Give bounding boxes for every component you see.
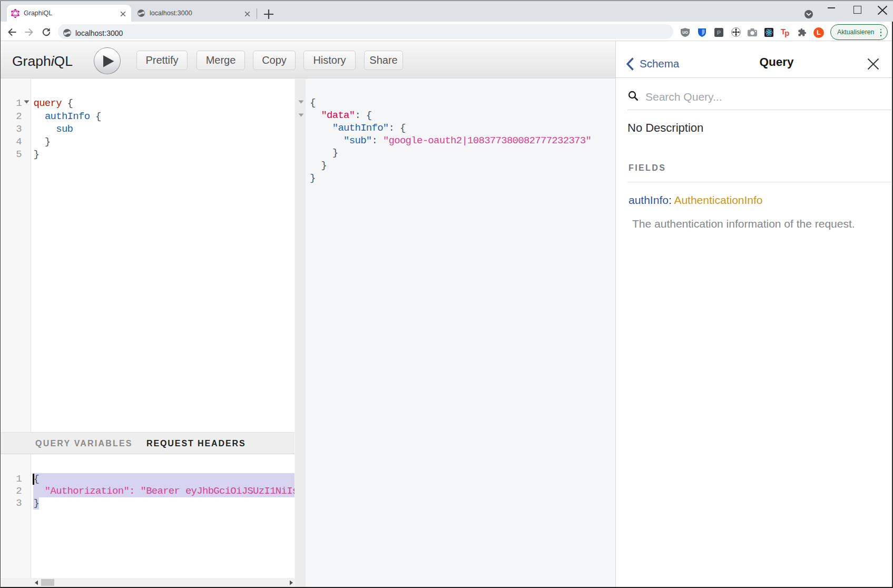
svg-text:UO: UO [682,31,688,34]
svg-text:P: P [717,30,721,36]
